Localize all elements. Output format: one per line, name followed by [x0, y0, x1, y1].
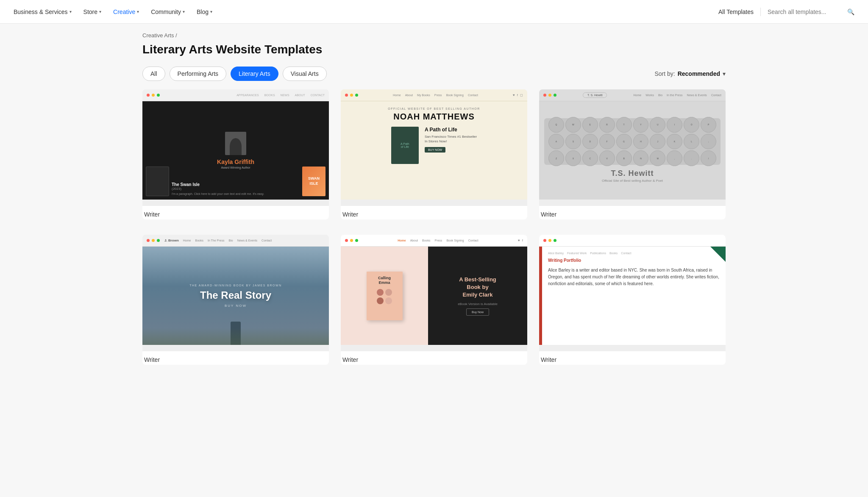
- thumb-bar-1: APPEARANCES BOOKS NEWS ABOUT CONTACT: [142, 89, 329, 101]
- search-box[interactable]: 🔍: [768, 8, 854, 15]
- card6-heading: Writing Portfolio: [548, 258, 720, 263]
- dot-yellow: [152, 239, 155, 242]
- circle-2: [385, 289, 392, 296]
- card4-tagline: THE AWARD-WINNING BOOK BY JAMES BROWN: [189, 284, 281, 287]
- nav-item-business[interactable]: Business & Services ▾: [14, 8, 72, 15]
- search-input[interactable]: [768, 8, 844, 15]
- dot-yellow: [152, 94, 155, 97]
- main-nav: Business & Services ▾ Store ▾ Creative ▾…: [0, 0, 868, 24]
- template-card-2[interactable]: Home About My Books Press Book Signing C…: [341, 89, 527, 219]
- nav-item-community[interactable]: Community ▾: [151, 8, 185, 15]
- nav-item-store[interactable]: Store ▾: [83, 8, 101, 15]
- card3-nav-bio: Bio: [658, 94, 662, 97]
- card5-nav-home: Home: [398, 239, 406, 242]
- breadcrumb-separator: /: [175, 32, 177, 39]
- card1-bottom: The Swan Isle (2023) I'm a paragraph. Cl…: [142, 163, 329, 200]
- template-card-4[interactable]: J. Brown Home Books In The Press Bio New…: [142, 235, 329, 365]
- card2-buy-btn[interactable]: BUY NOW: [425, 147, 445, 153]
- card2-book-subtitle: San Francisco Times #1 BestsellerIn Stor…: [425, 134, 477, 144]
- nav-item-blog[interactable]: Blog ▾: [197, 8, 212, 15]
- template-card-1[interactable]: APPEARANCES BOOKS NEWS ABOUT CONTACT Kay…: [142, 89, 329, 219]
- card5-bestseller: A Best-SellingBook byEmily Clark: [459, 276, 496, 299]
- template-card-5[interactable]: Home About Books Press Book Signing Cont…: [341, 235, 527, 365]
- card1-nav-about: ABOUT: [295, 94, 305, 97]
- card2-official: Official Website of Best Selling Author: [388, 107, 480, 110]
- template-label-2: Writer: [341, 206, 527, 219]
- sort-dropdown[interactable]: Sort by: Recommended ▾: [654, 70, 726, 77]
- card1-portrait: [225, 132, 246, 155]
- all-templates-link[interactable]: All Templates: [718, 8, 754, 15]
- card1-book-cover-orange: SWANISLE: [302, 167, 326, 196]
- card1-nav-contact: CONTACT: [311, 94, 325, 97]
- filter-visual-arts[interactable]: Visual Arts: [283, 67, 327, 81]
- card5-nav-press: Press: [434, 239, 442, 242]
- nav-item-creative[interactable]: Creative ▾: [113, 8, 139, 15]
- filter-literary-arts[interactable]: Literary Arts: [231, 67, 278, 81]
- nav-divider: [760, 8, 761, 16]
- dot-green: [554, 94, 556, 97]
- key: D: [582, 134, 598, 150]
- key: V: [599, 150, 615, 166]
- card1-nav-news: NEWS: [281, 94, 289, 97]
- card5-nav-books: Books: [422, 239, 430, 242]
- dot-red: [147, 239, 150, 242]
- search-icon[interactable]: 🔍: [847, 8, 854, 15]
- twitter-icon: ♥: [513, 93, 515, 97]
- breadcrumb-parent[interactable]: Creative Arts: [142, 32, 174, 39]
- filter-tabs: All Performing Arts Literary Arts Visual…: [142, 67, 327, 81]
- page-content: Creative Arts / Literary Arts Website Te…: [129, 24, 739, 382]
- template-thumb-3: T. S. Hewitt Home Works Bio In the Press…: [539, 89, 726, 206]
- key: O: [684, 117, 699, 133]
- card4-nav-bio: Bio: [229, 239, 233, 242]
- card3-nav-home: Home: [634, 94, 642, 97]
- card6-nav-publications: Publications: [590, 252, 606, 255]
- card2-nav-mybooks: My Books: [417, 94, 430, 97]
- card3-nav-works: Works: [645, 94, 654, 97]
- card2-nav-about: About: [405, 94, 413, 97]
- template-thumb-5: Home About Books Press Book Signing Cont…: [341, 235, 527, 351]
- key: R: [599, 117, 615, 133]
- filter-all[interactable]: All: [142, 67, 165, 81]
- card2-name: NOAH MATTHEWS: [393, 112, 475, 122]
- card2-book-cover: A Pathof Life: [391, 127, 419, 164]
- dot-red: [543, 94, 546, 97]
- thumb-bar-6: [539, 235, 726, 247]
- dot-green: [355, 94, 358, 97]
- key: ,: [667, 150, 682, 166]
- typewriter-visual: Q W E R T Y U I O P A S: [544, 118, 721, 165]
- card6-body: Alice Barley Featured Work Publications …: [539, 247, 726, 345]
- filter-performing-arts[interactable]: Performing Arts: [170, 67, 226, 81]
- dot-yellow: [350, 94, 353, 97]
- template-label-4: Writer: [142, 351, 329, 365]
- key: K: [667, 134, 682, 150]
- card4-brand: J. Brown: [164, 239, 179, 242]
- template-thumb-2: Home About My Books Press Book Signing C…: [341, 89, 527, 206]
- key: Q: [548, 117, 564, 133]
- key: P: [701, 117, 716, 133]
- template-label-6: Writer: [539, 351, 726, 365]
- template-card-6[interactable]: Alice Barley Featured Work Publications …: [539, 235, 726, 365]
- card3-brand-tab: T. S. Hewitt: [583, 92, 607, 98]
- card5-circles: [377, 289, 392, 304]
- dot-green: [355, 239, 358, 242]
- card3-author-info: T.S. Hewitt Official Site of Best sellin…: [602, 169, 663, 183]
- key: X: [565, 150, 581, 166]
- dot-green: [554, 239, 556, 242]
- card2-book-info: A Path of Life San Francisco Times #1 Be…: [425, 127, 477, 153]
- dot-green: [157, 239, 160, 242]
- card3-author-subtitle: Official Site of Best selling Author & P…: [602, 179, 663, 183]
- card6-nav-featured: Featured Work: [567, 252, 587, 255]
- card2-book-title: A Path of Life: [425, 127, 477, 133]
- chevron-icon: ▾: [210, 9, 212, 14]
- card2-social-icons: ♥ f ◻: [513, 93, 523, 97]
- template-card-3[interactable]: T. S. Hewitt Home Works Bio In the Press…: [539, 89, 726, 219]
- card5-right: A Best-SellingBook byEmily Clark eBook V…: [428, 247, 527, 345]
- template-label-1: Writer: [142, 206, 329, 219]
- card1-swan-text: SWANISLE: [308, 176, 320, 186]
- key: T: [616, 117, 632, 133]
- card6-corner-triangle: [710, 247, 726, 262]
- card4-nav-contact: Contact: [262, 239, 272, 242]
- top-bar: All Performing Arts Literary Arts Visual…: [142, 67, 726, 81]
- card1-nav-books: BOOKS: [264, 94, 275, 97]
- card5-buy-btn[interactable]: Buy Now: [466, 308, 489, 316]
